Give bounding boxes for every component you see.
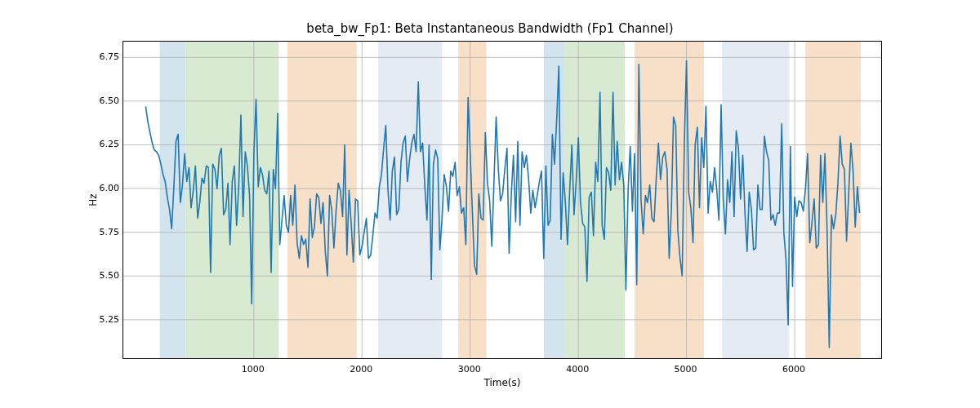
plot-area	[122, 41, 882, 359]
figure: beta_bw_Fp1: Beta Instantaneous Bandwidt…	[0, 0, 980, 408]
x-axis-label: Time(s)	[122, 377, 882, 388]
y-tick: 6.75	[95, 51, 119, 62]
x-tick: 6000	[782, 364, 805, 375]
y-tick: 5.50	[95, 270, 119, 281]
x-tick: 1000	[242, 364, 265, 375]
y-axis-label: Hz	[87, 41, 99, 359]
chart-title: beta_bw_Fp1: Beta Instantaneous Bandwidt…	[0, 21, 980, 36]
x-tick: 4000	[566, 364, 589, 375]
x-tick: 5000	[675, 364, 697, 375]
y-tick: 6.25	[95, 139, 119, 149]
x-tick: 2000	[350, 364, 372, 375]
y-tick: 5.75	[95, 226, 119, 237]
x-tick: 3000	[458, 364, 481, 375]
y-tick: 5.25	[95, 313, 119, 324]
y-tick: 6.50	[95, 95, 119, 105]
y-tick: 6.00	[95, 183, 119, 193]
